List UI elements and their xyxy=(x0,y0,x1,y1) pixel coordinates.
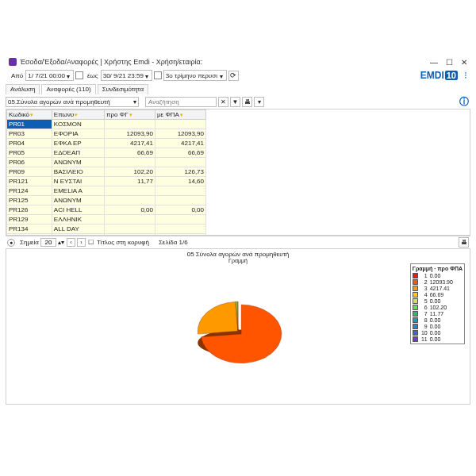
table-row[interactable]: PR129ΕΛΛΗΝΙΚ xyxy=(7,215,206,225)
prev-page-button[interactable]: ‹ xyxy=(67,238,75,247)
legend-item: 90.00 xyxy=(413,323,463,329)
to-label: έως xyxy=(87,72,98,79)
tab-reports[interactable]: Αναφορές (110) xyxy=(41,84,95,94)
from-label: Από xyxy=(11,72,23,79)
legend-item: 110.00 xyxy=(413,336,463,342)
legend-item: 466.69 xyxy=(413,291,463,298)
report-combo[interactable]: 05.Σύνολα αγορών ανά προμηθευτή ▾ xyxy=(6,97,139,107)
legend-item: 711.77 xyxy=(413,310,463,317)
window-controls: — ☐ ✕ xyxy=(430,58,467,67)
clear-button[interactable]: ✕ xyxy=(218,97,228,107)
info-icon[interactable]: ⓘ xyxy=(459,95,469,109)
chevron-down-icon: ▾ xyxy=(220,73,225,78)
period-combo[interactable]: 3ο τρίμηνο περυσι ▾ xyxy=(163,70,227,81)
window-title: Έσοδα/Έξοδα/Αναφορές | Χρήστης Emdi - Χρ… xyxy=(20,58,430,66)
chevron-down-icon[interactable]: ▾ xyxy=(67,73,71,78)
legend-item: 212093.90 xyxy=(413,278,463,285)
chart-toolbar: ● Σημεία ▴▾ ‹ › ☐ Τίτλος στη κορυφή Σελί… xyxy=(6,236,470,248)
next-page-button[interactable]: › xyxy=(77,238,86,247)
filter-icon: ▾ xyxy=(30,112,33,117)
table-row[interactable]: PR01ΚΟΣΜΟΝ xyxy=(7,120,206,129)
grid-panel: Κωδικό▾ Επωνυ▾ προ ΦΓ▾ με ΦΠΑ▾ PR01ΚΟΣΜΟ… xyxy=(6,109,470,236)
col-withvat[interactable]: με ΦΠΑ▾ xyxy=(155,110,205,120)
tab-connectivity[interactable]: Συνδεσιμότητα xyxy=(98,84,148,94)
chart-title: 05 Σύνολα αγορών ανά προμηθευτή xyxy=(6,251,470,258)
points-label: Σημεία xyxy=(20,239,39,246)
minimize-button[interactable]: — xyxy=(430,58,438,67)
table-row[interactable]: PR125ΑΝΩΝΥΜ xyxy=(7,196,206,205)
col-name[interactable]: Επωνυ▾ xyxy=(52,110,104,120)
table-row[interactable]: PR134ALL DAY xyxy=(7,225,206,234)
tab-analysis[interactable]: Ανάλυση xyxy=(6,84,40,94)
totals-row: i05705,38 i27583,37 xyxy=(7,234,206,236)
table-row[interactable]: PR06ΑΝΩΝΥΜ xyxy=(7,158,206,167)
from-lock-checkbox[interactable] xyxy=(75,71,83,79)
legend-item: 80.00 xyxy=(413,317,463,323)
table-row[interactable]: PR124EMELIA A xyxy=(7,186,206,196)
chart-panel: 05 Σύνολα αγορών ανά προμηθευτή Γραμμή Γ… xyxy=(6,248,470,405)
chart-subtitle: Γραμμή xyxy=(6,258,470,263)
page-indicator: Σελίδα 1/6 xyxy=(159,239,188,246)
legend-title: Γραμμή · προ ΦΠΑ xyxy=(413,266,463,271)
legend-item: 50.00 xyxy=(413,298,463,304)
table-row[interactable]: PR04ΕΦΚΑ ΕΡ4217,414217,41 xyxy=(7,139,206,148)
search-input[interactable] xyxy=(145,97,217,107)
maximize-button[interactable]: ☐ xyxy=(446,58,453,67)
date-toolbar: Από 1/ 7/21 00:00 ▾ έως 30/ 9/21 23:59 ▾… xyxy=(6,68,470,83)
points-input[interactable] xyxy=(40,238,56,247)
app-window: Έσοδα/Έξοδα/Αναφορές | Χρήστης Emdi - Χρ… xyxy=(0,0,476,476)
filter-icon: ▾ xyxy=(180,112,183,117)
tabstrip: Ανάλυση Αναφορές (110) Συνδεσιμότητα xyxy=(6,83,470,94)
brand-logo: EMDI10 xyxy=(420,70,458,81)
filter-icon: ▾ xyxy=(129,112,132,117)
app-icon xyxy=(9,58,17,66)
legend-item: 34217.41 xyxy=(413,285,463,291)
table-row[interactable]: PR03ΕΦΟΡΙΑ12093,9012093,90 xyxy=(7,129,206,139)
report-toolbar: 05.Σύνολα αγορών ανά προμηθευτή ▾ ✕ ▼ 🖶 … xyxy=(6,95,470,108)
pie-chart xyxy=(178,286,298,382)
table-row[interactable]: PR05ΕΔΟΕΑΠ66,6966,69 xyxy=(7,148,206,158)
table-row[interactable]: PR121Ν ΕΥΣΤΑΙ11,7714,60 xyxy=(7,177,206,186)
close-button[interactable]: ✕ xyxy=(461,58,467,67)
col-code[interactable]: Κωδικό▾ xyxy=(7,110,52,120)
print-button[interactable]: 🖶 xyxy=(242,97,252,107)
refresh-button[interactable]: ⟳ xyxy=(228,71,239,81)
points-spinner[interactable]: ▴▾ xyxy=(58,239,64,246)
col-prevat[interactable]: προ ΦΓ▾ xyxy=(105,110,155,120)
data-grid[interactable]: Κωδικό▾ Επωνυ▾ προ ΦΓ▾ με ΦΠΑ▾ PR01ΚΟΣΜΟ… xyxy=(6,109,206,235)
title-top-checkbox[interactable]: ☐ xyxy=(88,239,94,246)
filter-button[interactable]: ▼ xyxy=(230,97,240,107)
legend-item: 10.00 xyxy=(413,272,463,278)
grid-empty-area xyxy=(206,109,470,235)
chevron-down-icon: ▾ xyxy=(133,98,136,106)
chevron-down-icon[interactable]: ▾ xyxy=(145,73,150,78)
title-top-label: Τίτλος στη κορυφή xyxy=(97,239,149,246)
to-date-input[interactable]: 30/ 9/21 23:59 ▾ xyxy=(101,70,152,81)
filter-icon: ▾ xyxy=(75,112,78,117)
legend-item: 6102.20 xyxy=(413,304,463,310)
record-button[interactable]: ● xyxy=(7,239,15,247)
table-row[interactable]: PR09ΒΑΣΙΛΕΙΟ102,20126,73 xyxy=(7,167,206,177)
print-chart-button[interactable]: 🖶 xyxy=(459,237,469,248)
table-row[interactable]: PR126ACI HELL0,000,00 xyxy=(7,205,206,215)
from-date-input[interactable]: 1/ 7/21 00:00 ▾ xyxy=(25,70,74,81)
legend-item: 100.00 xyxy=(413,329,463,336)
chart-legend: Γραμμή · προ ΦΠΑ 10.00212093.9034217.414… xyxy=(410,263,465,344)
menu-dots-icon[interactable]: ⁝ xyxy=(464,73,467,78)
titlebar: Έσοδα/Έξοδα/Αναφορές | Χρήστης Emdi - Χρ… xyxy=(6,56,470,68)
print-more-button[interactable]: ▾ xyxy=(254,97,264,107)
to-lock-checkbox[interactable] xyxy=(154,71,162,79)
